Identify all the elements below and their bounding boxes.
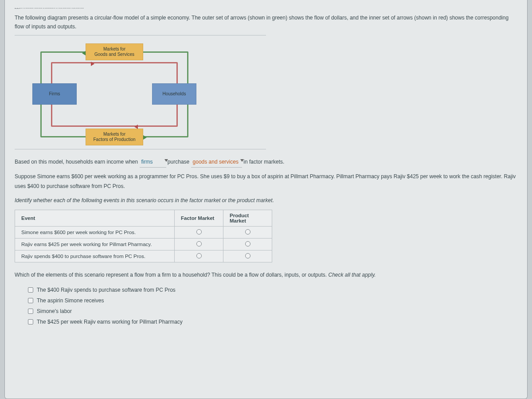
list-item: Simone's labor [28,306,517,317]
header-fragment: —· ·── ──··── · ··── ··── [15,5,517,11]
events-table: Event Factor Market Product Market Simon… [15,210,272,262]
option-label: The aspirin Simone receives [37,297,104,304]
list-item: The aspirin Simone receives [28,295,517,306]
list-item: The $425 per week Rajiv earns working fo… [28,317,517,327]
checkbox-list: The $400 Rajiv spends to purchase softwa… [28,285,517,327]
radio-factor[interactable] [196,241,202,246]
arrowhead-icon [143,135,147,140]
intro-paragraph: The following diagram presents a circula… [15,13,517,31]
dropdown-firms-value: firms [141,159,153,165]
col-event: Event [15,210,175,227]
col-product: Product Market [223,210,272,227]
checkbox[interactable] [28,298,33,303]
fill-in-sentence: Based on this model, households earn inc… [15,157,517,168]
circular-flow-diagram: Markets for Goods and Services Firms Hou… [32,43,196,145]
divider [15,35,266,35]
arrowhead-icon [82,51,86,55]
radio-factor[interactable] [196,253,202,258]
final-question-text: Which of the elements of this scenario r… [15,272,328,278]
event-cell: Rajiv spends $400 to purchase software f… [15,250,175,262]
radio-product[interactable] [245,253,250,258]
radio-product[interactable] [245,229,250,235]
arrowhead-icon [91,62,94,66]
firms-label: Firms [49,91,60,97]
table-row: Simone earns $600 per week working for P… [15,227,272,239]
checkbox[interactable] [28,309,33,314]
radio-product[interactable] [245,241,250,246]
option-label: Simone's labor [37,308,72,314]
chevron-down-icon [240,159,244,162]
option-label: The $425 per week Rajiv earns working fo… [37,319,183,325]
final-question-italic: Check all that apply. [328,272,376,278]
dropdown-goods-services[interactable]: goods and services [191,157,242,168]
goods-market-label: Markets for Goods and Services [94,47,134,57]
sentence-pre: Based on this model, households earn inc… [15,159,140,165]
checkbox[interactable] [28,287,33,293]
final-question: Which of the elements of this scenario r… [15,270,517,280]
sentence-post: in factor markets. [243,159,284,165]
col-factor: Factor Market [175,210,223,227]
dropdown-firms[interactable]: firms [140,157,166,168]
table-prompt: Identify whether each of the following e… [15,196,517,206]
option-label: The $400 Rajiv spends to purchase softwa… [37,287,176,293]
firms-box: Firms [32,83,77,105]
event-cell: Simone earns $600 per week working for P… [15,227,175,239]
goods-market-box: Markets for Goods and Services [86,43,143,60]
factor-market-label: Markets for Factors of Production [93,132,135,142]
households-box: Households [152,83,196,105]
event-cell: Rajiv earns $425 per week working for Pi… [15,239,175,250]
worksheet-page: —· ·── ──··── · ··── ··── The following … [4,0,528,399]
radio-factor[interactable] [196,229,202,235]
sentence-mid: purchase [168,159,191,165]
arrowhead-icon [134,125,138,129]
list-item: The $400 Rajiv spends to purchase softwa… [28,285,517,295]
checkbox[interactable] [28,319,33,325]
chevron-down-icon [164,159,168,162]
table-row: Rajiv spends $400 to purchase software f… [15,250,272,262]
scenario-paragraph: Suppose Simone earns $600 per week worki… [15,172,517,191]
table-header-row: Event Factor Market Product Market [15,210,272,227]
divider [15,149,266,149]
households-label: Households [163,91,186,97]
table-row: Rajiv earns $425 per week working for Pi… [15,239,272,250]
dropdown-goods-value: goods and services [193,159,239,165]
factor-market-box: Markets for Factors of Production [86,129,143,145]
